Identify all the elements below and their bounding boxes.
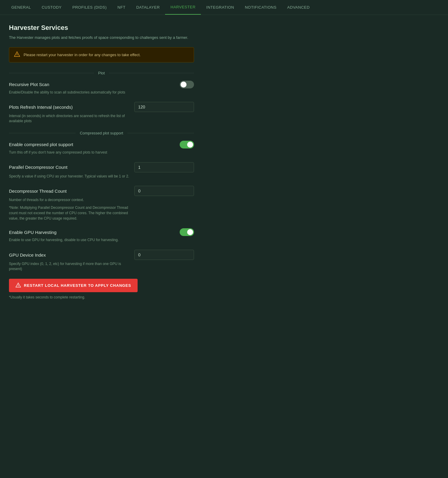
recursive-plot-scan-title: Recursive Plot Scan <box>9 82 49 87</box>
warning-text: Please restart your harvester in order f… <box>24 53 141 57</box>
nav-item-integration[interactable]: INTEGRATION <box>201 0 239 15</box>
recursive-plot-scan-header: Recursive Plot Scan <box>9 81 194 88</box>
parallel-decompressor-row: Parallel Decompressor Count Specify a va… <box>9 162 194 179</box>
enable-gpu-thumb <box>187 229 193 235</box>
plot-section-label: Plot <box>94 71 109 75</box>
divider-line-left <box>9 73 94 73</box>
nav-item-custody[interactable]: CUSTODY <box>36 0 67 15</box>
parallel-decompressor-title: Parallel Decompressor Count <box>9 165 67 170</box>
compressed-section-divider: Compressed plot support <box>9 131 194 135</box>
restart-button-label: RESTART LOCAL HARVESTER TO APPLY CHANGES <box>24 283 131 288</box>
recursive-plot-scan-track[interactable] <box>180 81 194 88</box>
gpu-device-index-description: Specify GPU index (0, 1, 2, etc) for har… <box>9 261 134 272</box>
nav-item-datalayer[interactable]: DATALAYER <box>131 0 165 15</box>
page-title: Harvester Services <box>9 24 194 32</box>
plots-refresh-interval-title: Plots Refresh Interval (seconds) <box>9 105 73 110</box>
compressed-section-label: Compressed plot support <box>76 131 127 135</box>
enable-gpu-track[interactable] <box>180 228 194 236</box>
enable-gpu-row: Enable GPU Harvesting Enable to use GPU … <box>9 228 194 243</box>
enable-compressed-row: Enable compressed plot support Turn this… <box>9 141 194 155</box>
warning-banner: Please restart your harvester in order f… <box>9 47 194 62</box>
nav-item-advanced[interactable]: ADVANCED <box>282 0 315 15</box>
enable-compressed-header: Enable compressed plot support <box>9 141 194 148</box>
warning-icon <box>14 51 20 59</box>
enable-compressed-track[interactable] <box>180 141 194 148</box>
enable-gpu-toggle[interactable] <box>180 228 194 236</box>
gpu-device-index-row: GPU Device Index Specify GPU index (0, 1… <box>9 250 194 272</box>
nav-item-general[interactable]: GENERAL <box>6 0 36 15</box>
decompressor-thread-row: Decompressor Thread Count Number of thre… <box>9 186 194 221</box>
nav-bar: GENERAL CUSTODY PROFILES (DIDS) NFT DATA… <box>0 0 448 15</box>
recursive-plot-scan-thumb <box>181 82 187 88</box>
enable-gpu-header: Enable GPU Harvesting <box>9 228 194 236</box>
recursive-plot-scan-row: Recursive Plot Scan Enable/Disable the a… <box>9 81 194 95</box>
parallel-decompressor-description: Specify a value if using CPU as your har… <box>9 174 134 179</box>
nav-item-nft[interactable]: NFT <box>112 0 131 15</box>
plots-refresh-interval-description: Interval (in seconds) in which directori… <box>9 114 134 124</box>
decompressor-thread-input[interactable] <box>134 186 194 196</box>
enable-compressed-toggle[interactable] <box>180 141 194 148</box>
nav-item-profiles[interactable]: PROFILES (DIDS) <box>67 0 112 15</box>
plots-refresh-interval-input[interactable] <box>134 102 194 112</box>
plots-refresh-interval-header: Plots Refresh Interval (seconds) <box>9 102 194 112</box>
nav-item-harvester[interactable]: HARVESTER <box>165 0 201 15</box>
decompressor-thread-title: Decompressor Thread Count <box>9 189 67 194</box>
svg-point-3 <box>18 286 18 287</box>
enable-gpu-title: Enable GPU Harvesting <box>9 230 56 235</box>
recursive-plot-scan-description: Enable/Disable the ability to scan all s… <box>9 90 134 95</box>
svg-point-1 <box>17 55 17 56</box>
compressed-divider-line-right <box>127 133 194 133</box>
parallel-decompressor-input[interactable] <box>134 162 194 172</box>
enable-compressed-description: Turn this off if you don't have any comp… <box>9 150 134 155</box>
plot-section-divider: Plot <box>9 71 194 75</box>
enable-compressed-title: Enable compressed plot support <box>9 142 73 147</box>
restart-button[interactable]: RESTART LOCAL HARVESTER TO APPLY CHANGES <box>9 279 138 292</box>
nav-item-notifications[interactable]: NOTIFICATIONS <box>239 0 282 15</box>
main-content: Harvester Services The Harvester manages… <box>0 15 203 308</box>
restart-button-icon <box>16 282 21 289</box>
parallel-decompressor-header: Parallel Decompressor Count <box>9 162 194 172</box>
enable-gpu-description: Enable to use GPU for harvesting, disabl… <box>9 238 134 243</box>
compressed-divider-line-left <box>9 133 76 133</box>
recursive-plot-scan-toggle[interactable] <box>180 81 194 88</box>
decompressor-thread-header: Decompressor Thread Count <box>9 186 194 196</box>
gpu-device-index-input[interactable] <box>134 250 194 260</box>
page-description: The Harvester manages plots and fetches … <box>9 35 194 41</box>
restart-note: *Usually it takes seconds to complete re… <box>9 295 194 299</box>
gpu-device-index-header: GPU Device Index <box>9 250 194 260</box>
plots-refresh-interval-row: Plots Refresh Interval (seconds) Interva… <box>9 102 194 124</box>
divider-line-right <box>109 73 194 73</box>
decompressor-note: *Note: Multiplying Parallel Decompressor… <box>9 205 134 221</box>
enable-compressed-thumb <box>187 142 193 148</box>
gpu-device-index-title: GPU Device Index <box>9 252 46 258</box>
decompressor-thread-description: Number of threads for a decompressor con… <box>9 197 134 203</box>
